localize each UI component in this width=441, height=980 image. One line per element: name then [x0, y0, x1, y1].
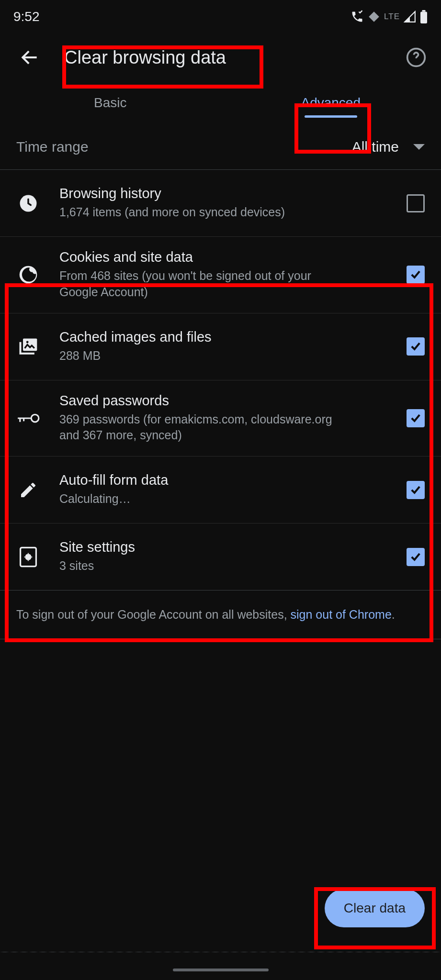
checkbox-site-settings[interactable]: [407, 548, 425, 566]
status-icons: LTE: [351, 10, 428, 23]
lte-label: LTE: [384, 12, 400, 22]
key-icon: [16, 411, 40, 425]
tabs: Basic Advanced: [0, 81, 441, 124]
item-title: Auto-fill form data: [59, 472, 387, 488]
status-bar: 9:52 LTE: [0, 0, 441, 33]
item-title: Browsing history: [59, 186, 387, 201]
clear-data-button[interactable]: Clear data: [325, 889, 425, 927]
data-type-list: Browsing history 1,674 items (and more o…: [0, 170, 441, 590]
signout-prefix: To sign out of your Google Account on al…: [16, 608, 291, 621]
checkbox-browsing-history[interactable]: [407, 194, 425, 212]
bottom-divider: [0, 952, 441, 952]
svg-rect-8: [23, 339, 37, 351]
svg-point-9: [26, 341, 29, 343]
svg-rect-0: [420, 12, 427, 24]
wifi-calling-icon: [351, 10, 364, 23]
item-site-settings[interactable]: Site settings 3 sites: [0, 523, 441, 590]
tab-basic[interactable]: Basic: [0, 81, 221, 124]
item-sub: From 468 sites (you won't be signed out …: [59, 268, 342, 301]
svg-point-6: [29, 276, 31, 278]
status-time: 9:52: [13, 9, 40, 24]
checkbox-autofill[interactable]: [407, 481, 425, 499]
cookie-icon: [16, 264, 40, 285]
item-sub: 369 passwords (for emakicms.com, cloudsw…: [59, 412, 342, 444]
chevron-down-icon: [413, 144, 425, 150]
svg-point-5: [23, 276, 26, 278]
item-passwords[interactable]: Saved passwords 369 passwords (for emaki…: [0, 380, 441, 457]
tab-advanced[interactable]: Advanced: [221, 81, 441, 124]
item-sub: 3 sites: [59, 558, 342, 574]
item-title: Cookies and site data: [59, 249, 387, 265]
item-sub: 1,674 items (and more on synced devices): [59, 204, 342, 221]
item-title: Saved passwords: [59, 393, 387, 409]
item-cached[interactable]: Cached images and files 288 MB: [0, 313, 441, 380]
tab-advanced-label: Advanced: [301, 95, 361, 111]
checkbox-cached[interactable]: [407, 337, 425, 356]
item-browsing-history[interactable]: Browsing history 1,674 items (and more o…: [0, 170, 441, 237]
history-icon: [16, 193, 40, 213]
svg-point-12: [26, 555, 31, 559]
time-range-selector[interactable]: Time range All time: [0, 124, 441, 170]
time-range-value-wrap: All time: [352, 139, 425, 155]
item-cookies[interactable]: Cookies and site data From 468 sites (yo…: [0, 237, 441, 313]
page-title: Clear browsing data: [64, 47, 226, 68]
help-icon[interactable]: [406, 47, 427, 68]
item-text: Browsing history 1,674 items (and more o…: [59, 186, 387, 221]
checkbox-passwords[interactable]: [407, 409, 425, 427]
pencil-icon: [16, 480, 40, 500]
svg-point-4: [24, 271, 27, 273]
item-text: Saved passwords 369 passwords (for emaki…: [59, 393, 387, 444]
image-stack-icon: [16, 336, 40, 357]
item-sub: 288 MB: [59, 348, 342, 364]
back-arrow-icon[interactable]: [19, 47, 40, 68]
item-text: Site settings 3 sites: [59, 539, 387, 574]
item-text: Cookies and site data From 468 sites (yo…: [59, 249, 387, 301]
svg-rect-1: [422, 10, 426, 12]
tab-basic-label: Basic: [94, 95, 126, 111]
item-autofill[interactable]: Auto-fill form data Calculating…: [0, 457, 441, 523]
item-title: Site settings: [59, 539, 387, 555]
checkbox-cookies[interactable]: [407, 266, 425, 284]
item-title: Cached images and files: [59, 329, 387, 345]
home-indicator[interactable]: [173, 969, 269, 971]
item-sub: Calculating…: [59, 491, 342, 507]
item-text: Auto-fill form data Calculating…: [59, 472, 387, 507]
app-bar: Clear browsing data: [0, 33, 441, 81]
time-range-value: All time: [352, 139, 399, 155]
battery-icon: [420, 10, 428, 23]
signout-link[interactable]: sign out of Chrome: [291, 608, 392, 621]
signout-suffix: .: [392, 608, 395, 621]
diamond-icon: [368, 11, 380, 23]
site-settings-icon: [16, 546, 40, 568]
svg-point-10: [31, 414, 39, 422]
svg-point-7: [28, 272, 30, 274]
signout-message: To sign out of your Google Account on al…: [0, 590, 441, 639]
time-range-label: Time range: [16, 139, 89, 155]
item-text: Cached images and files 288 MB: [59, 329, 387, 364]
signal-icon: [404, 11, 416, 23]
